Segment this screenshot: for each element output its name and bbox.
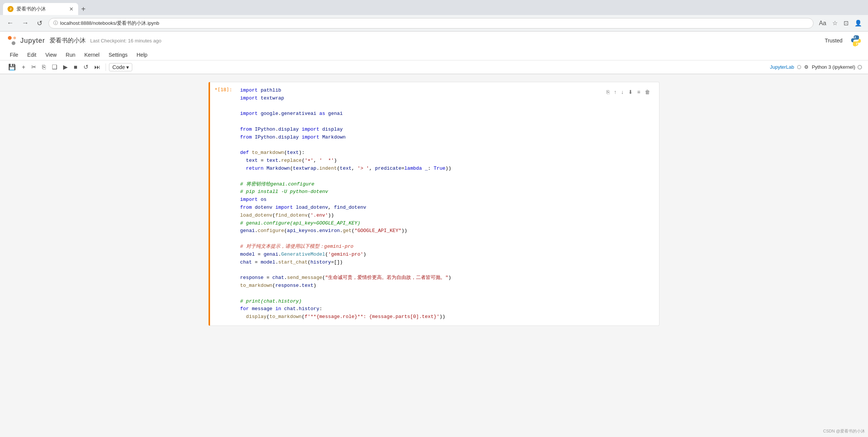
- split-view-button[interactable]: ⊡: [842, 18, 850, 28]
- menu-file[interactable]: File: [6, 50, 22, 59]
- browser-toolbar: ← → ↺ ⓘ localhost:8888/notebooks/爱看书的小沐.…: [0, 15, 868, 32]
- menu-settings[interactable]: Settings: [105, 50, 132, 59]
- restart-button[interactable]: ↺: [81, 62, 91, 72]
- reload-button[interactable]: ↺: [35, 18, 45, 29]
- notebook-name[interactable]: 爱看书的小沐: [50, 37, 86, 45]
- tab-favicon: J: [8, 6, 14, 12]
- cell-move-down-button[interactable]: ↓: [620, 88, 625, 96]
- jupyterlab-link[interactable]: JupyterLab: [770, 64, 794, 70]
- cell-type-dropdown[interactable]: Code ▾: [109, 63, 132, 71]
- checkpoint-info: Last Checkpoint: 16 minutes ago: [90, 38, 161, 44]
- svg-point-1: [12, 41, 15, 45]
- cell-download-button[interactable]: ⬇: [627, 88, 634, 96]
- menu-run[interactable]: Run: [62, 50, 79, 59]
- notebook-area: *[18]: import pathlib import textwrap im…: [0, 74, 868, 333]
- jupyter-toolbar: 💾 + ✂ ⎘ ❑ ▶ ■ ↺ ⏭ Code ▾ JupyterLab ⬡ ⚙ …: [0, 60, 868, 74]
- jupyter-logo-icon: [6, 35, 17, 46]
- security-icon: ⓘ: [53, 20, 58, 26]
- cell-type-label: Code: [112, 64, 125, 70]
- jupyter-menu-bar: File Edit View Run Kernel Settings Help: [0, 50, 868, 60]
- jupyterlab-link-icon: ⬡: [797, 64, 801, 70]
- menu-kernel[interactable]: Kernel: [80, 50, 103, 59]
- browser-toolbar-right: Aa ☆ ⊡ 👤: [817, 18, 863, 28]
- cell-execution-count: *[18]:: [215, 85, 237, 92]
- cell-format-button[interactable]: ≡: [636, 88, 642, 96]
- menu-view[interactable]: View: [42, 50, 60, 59]
- cell-actions: ⎘ ↑ ↓ ⬇ ≡ 🗑: [602, 85, 655, 99]
- jupyter-header: Jupyter 爱看书的小沐 Last Checkpoint: 16 minut…: [0, 32, 868, 74]
- tab-title: 爱看书的小沐: [17, 6, 66, 12]
- copy-button[interactable]: ⎘: [40, 62, 48, 72]
- kernel-settings-icon[interactable]: ⚙: [804, 64, 809, 70]
- save-button[interactable]: 💾: [6, 62, 18, 72]
- back-button[interactable]: ←: [5, 18, 16, 29]
- cell-move-up-button[interactable]: ↑: [612, 88, 618, 96]
- kernel-name: Python 3 (ipykernel): [812, 64, 855, 70]
- address-bar[interactable]: ⓘ localhost:8888/notebooks/爱看书的小沐.ipynb: [48, 18, 814, 29]
- cell-code-content[interactable]: import pathlib import textwrap import go…: [237, 85, 602, 322]
- menu-help[interactable]: Help: [133, 50, 151, 59]
- cell-delete-button[interactable]: 🗑: [643, 88, 652, 96]
- cell-copy-button[interactable]: ⎘: [605, 88, 611, 96]
- kernel-status-indicator: [857, 65, 862, 69]
- browser-chrome: J 爱看书的小沐 ✕ + ← → ↺ ⓘ localhost:8888/note…: [0, 0, 868, 32]
- stop-button[interactable]: ■: [71, 62, 80, 72]
- run-button[interactable]: ▶: [61, 62, 70, 72]
- kernel-status: Python 3 (ipykernel): [812, 64, 862, 70]
- translate-button[interactable]: Aa: [817, 18, 828, 28]
- jupyter-title-bar: Jupyter 爱看书的小沐 Last Checkpoint: 16 minut…: [0, 32, 868, 50]
- python-logo: [850, 35, 862, 47]
- add-cell-button[interactable]: +: [20, 62, 27, 72]
- restart-run-button[interactable]: ⏭: [92, 62, 103, 72]
- profile-button[interactable]: 👤: [853, 18, 863, 28]
- code-cell[interactable]: *[18]: import pathlib import textwrap im…: [209, 82, 659, 326]
- toolbar-separator: [106, 63, 106, 71]
- tab-close-button[interactable]: ✕: [69, 6, 74, 12]
- new-tab-button[interactable]: +: [78, 3, 89, 15]
- bookmark-button[interactable]: ☆: [831, 18, 839, 28]
- toolbar-right-group: JupyterLab ⬡ ⚙ Python 3 (ipykernel): [770, 64, 862, 70]
- jupyter-logo: Jupyter: [6, 35, 45, 46]
- active-tab[interactable]: J 爱看书的小沐 ✕: [3, 3, 78, 15]
- cell-execution-area: *[18]: import pathlib import textwrap im…: [210, 82, 659, 325]
- paste-button[interactable]: ❑: [50, 62, 59, 72]
- svg-point-0: [8, 36, 12, 40]
- cell-type-chevron: ▾: [126, 64, 129, 70]
- forward-button[interactable]: →: [20, 18, 31, 29]
- url-text: localhost:8888/notebooks/爱看书的小沐.ipynb: [60, 20, 159, 27]
- trusted-badge: Trusted: [825, 38, 842, 44]
- jupyter-logo-text: Jupyter: [20, 37, 45, 45]
- tab-bar: J 爱看书的小沐 ✕ +: [0, 0, 868, 15]
- menu-edit[interactable]: Edit: [24, 50, 40, 59]
- svg-point-2: [14, 37, 16, 39]
- cut-button[interactable]: ✂: [29, 62, 38, 72]
